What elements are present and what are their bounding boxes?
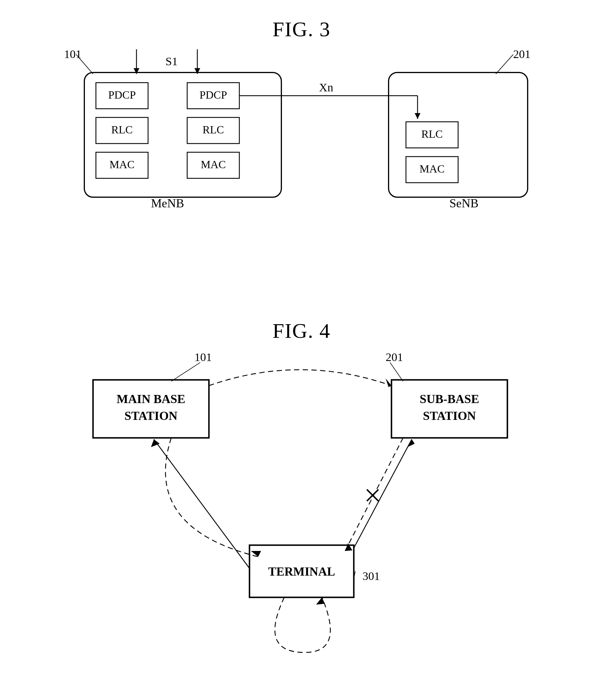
fig3-senb-label: SeNB: [449, 197, 478, 210]
fig3-label-201: 201: [513, 48, 530, 60]
svg-line-27: [154, 439, 250, 568]
svg-rect-22: [391, 380, 507, 438]
fig4-label-201: 201: [386, 351, 403, 364]
svg-line-17: [76, 54, 93, 74]
fig3-title: FIG. 3: [272, 17, 330, 42]
svg-marker-32: [345, 543, 352, 551]
fig3-menb-label: MeNB: [151, 197, 184, 210]
fig3-s1-label: S1: [165, 55, 178, 68]
fig4-main-base-line2: STATION: [124, 409, 177, 423]
page: FIG. 3 101 201 S1 MeNB PDCP: [0, 0, 603, 700]
svg-line-20: [390, 362, 403, 381]
fig4-diagram: 101 201 MAIN BASE STATION SUB-BASE STATI…: [55, 348, 548, 681]
svg-line-18: [496, 54, 513, 74]
fig4-terminal-label: TERMINAL: [268, 565, 335, 578]
fig3-rlc-senb: RLC: [421, 128, 443, 140]
fig4-main-base-line1: MAIN BASE: [116, 392, 185, 406]
fig3-mac-left: MAC: [109, 158, 134, 171]
fig3-pdcp-right: PDCP: [199, 89, 227, 101]
fig3-xn-label: Xn: [319, 81, 333, 94]
fig3-mac-senb: MAC: [419, 163, 445, 175]
fig3-pdcp-left: PDCP: [108, 89, 136, 101]
svg-line-33: [354, 439, 412, 548]
svg-line-19: [171, 362, 200, 381]
svg-marker-35: [316, 597, 325, 605]
fig4-sub-base-line2: STATION: [423, 409, 476, 423]
fig4-sub-base-line1: SUB-BASE: [420, 392, 479, 406]
fig3-diagram: 101 201 S1 MeNB PDCP RLC: [55, 41, 548, 220]
fig3-label-101: 101: [64, 48, 81, 60]
fig4-label-101: 101: [194, 351, 212, 364]
svg-marker-13: [415, 113, 420, 119]
svg-marker-23: [386, 378, 391, 387]
fig3-mac-right: MAC: [201, 158, 226, 171]
fig4-label-301: 301: [363, 570, 380, 582]
fig4-title: FIG. 4: [272, 319, 330, 343]
fig3-rlc-left: RLC: [111, 124, 133, 136]
fig3-rlc-right: RLC: [203, 124, 224, 136]
svg-rect-21: [93, 380, 209, 438]
